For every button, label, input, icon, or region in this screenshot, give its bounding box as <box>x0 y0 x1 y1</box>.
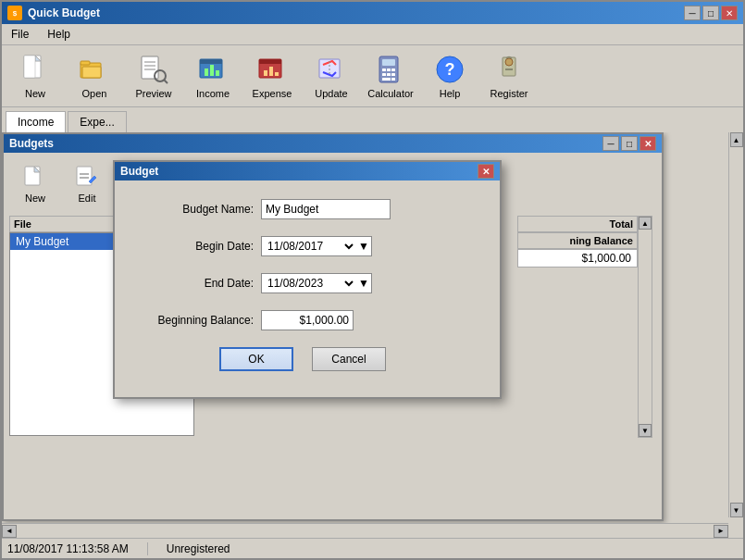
total-column-header: Total <box>517 216 638 232</box>
toolbar-calculator-label: Calculator <box>367 88 414 99</box>
open-icon <box>78 53 111 86</box>
svg-line-13 <box>164 80 168 83</box>
status-bar: 11/08/2017 11:13:58 AM Unregistered <box>2 538 743 558</box>
begin-date-select[interactable]: 11/08/2017 ▼ <box>261 236 372 256</box>
svg-rect-43 <box>77 167 92 185</box>
status-text: Unregistered <box>167 542 230 555</box>
svg-rect-18 <box>216 70 219 76</box>
main-scroll-right[interactable]: ► <box>714 525 728 538</box>
main-scroll-down[interactable]: ▼ <box>730 503 743 517</box>
svg-rect-29 <box>387 68 391 71</box>
svg-rect-33 <box>391 73 395 76</box>
beginning-balance-header: ning Balance <box>517 232 638 249</box>
new-icon <box>19 53 52 86</box>
budgets-close-btn[interactable]: ✕ <box>639 136 656 151</box>
ok-button[interactable]: OK <box>219 347 293 371</box>
svg-rect-31 <box>382 73 386 76</box>
cancel-button[interactable]: Cancel <box>312 347 386 371</box>
beginning-balance-input[interactable] <box>261 310 354 330</box>
scrollbar-down-btn[interactable]: ▼ <box>639 424 652 437</box>
toolbar: New Open <box>2 45 743 107</box>
menu-file[interactable]: File <box>6 26 34 43</box>
menu-help[interactable]: Help <box>42 26 76 43</box>
main-scroll-left[interactable]: ◄ <box>2 525 17 538</box>
end-date-select[interactable]: 11/08/2023 ▼ <box>261 273 372 293</box>
toolbar-expense-label: Expense <box>253 88 292 99</box>
toolbar-open-button[interactable]: Open <box>67 49 122 103</box>
begin-date-label: Begin Date: <box>133 240 254 253</box>
title-bar-left: $ Quick Budget <box>7 6 100 20</box>
budgets-maximize-btn[interactable]: □ <box>621 136 638 151</box>
expense-icon <box>255 53 289 86</box>
svg-rect-4 <box>24 56 35 78</box>
toolbar-register-button[interactable]: Register <box>481 49 537 103</box>
toolbar-help-button[interactable]: ? Help <box>422 49 478 103</box>
main-window: $ Quick Budget ─ □ ✕ File Help New <box>0 0 745 560</box>
tab-income[interactable]: Income <box>6 111 66 133</box>
budget-dialog-titlebar: Budget ✕ <box>115 162 500 180</box>
title-bar: $ Quick Budget ─ □ ✕ <box>2 2 743 24</box>
svg-rect-32 <box>387 73 391 76</box>
budgets-minimize-btn[interactable]: ─ <box>602 136 619 151</box>
app-icon: $ <box>7 6 22 20</box>
budget-dialog: Budget ✕ Budget Name: Begin Date: 11/08/… <box>113 160 502 399</box>
tab-expense[interactable]: Expe... <box>68 111 126 132</box>
toolbar-update-button[interactable]: Update <box>304 49 359 103</box>
status-separator <box>147 542 148 555</box>
svg-rect-21 <box>264 70 267 76</box>
toolbar-new-label: New <box>25 88 45 99</box>
minimize-button[interactable]: ─ <box>684 6 701 20</box>
begin-date-dropdown[interactable]: 11/08/2017 <box>264 239 356 254</box>
scrollbar-up-btn[interactable]: ▲ <box>639 217 652 230</box>
svg-point-39 <box>505 58 513 66</box>
tabs-bar: Income Expe... <box>2 107 743 132</box>
toolbar-expense-button[interactable]: Expense <box>244 49 300 103</box>
main-scrollbar-v[interactable]: ▲ ▼ <box>728 132 743 517</box>
main-scroll-up[interactable]: ▲ <box>730 132 743 147</box>
toolbar-income-button[interactable]: Income <box>185 49 241 103</box>
begin-date-dropdown-arrow: ▼ <box>358 240 369 253</box>
help-icon: ? <box>433 53 466 86</box>
update-icon <box>315 53 348 86</box>
calculator-icon <box>374 53 407 86</box>
title-controls: ─ □ ✕ <box>684 6 738 20</box>
svg-text:?: ? <box>445 60 455 79</box>
toolbar-preview-button[interactable]: Preview <box>126 49 181 103</box>
svg-rect-22 <box>269 67 273 76</box>
budget-dialog-close-btn[interactable]: ✕ <box>478 164 494 179</box>
svg-rect-16 <box>205 68 208 76</box>
budget-dialog-body: Budget Name: Begin Date: 11/08/2017 ▼ En… <box>115 180 500 397</box>
cancel-label: Cancel <box>331 353 366 366</box>
toolbar-calculator-button[interactable]: Calculator <box>363 49 418 103</box>
main-scrollbar-h[interactable]: ◄ ► <box>2 523 728 538</box>
svg-rect-7 <box>82 67 101 78</box>
ok-label: OK <box>248 353 264 366</box>
maximize-button[interactable]: □ <box>702 6 719 20</box>
budgets-edit-button[interactable]: Edit <box>63 160 111 208</box>
svg-rect-15 <box>200 59 222 64</box>
budget-name-label: Budget Name: <box>133 203 254 216</box>
budget-name-input[interactable] <box>261 199 391 219</box>
app-title: Quick Budget <box>28 6 100 19</box>
close-button[interactable]: ✕ <box>721 6 738 20</box>
toolbar-new-button[interactable]: New <box>7 49 63 103</box>
dialog-buttons: OK Cancel <box>133 347 472 379</box>
status-datetime: 11/08/2017 11:13:58 AM <box>7 542 129 555</box>
toolbar-help-label: Help <box>440 88 461 99</box>
svg-rect-35 <box>391 78 395 81</box>
svg-rect-8 <box>142 56 158 79</box>
end-date-dropdown[interactable]: 11/08/2023 <box>264 276 356 291</box>
budgets-edit-icon <box>74 165 100 191</box>
budget-name-row: Budget Name: <box>133 199 472 219</box>
svg-rect-40 <box>505 68 513 70</box>
budget-dialog-title: Budget <box>120 165 158 178</box>
budgets-new-button[interactable]: New <box>11 160 59 208</box>
toolbar-income-label: Income <box>196 88 230 99</box>
svg-rect-28 <box>382 68 386 71</box>
file-list-scrollbar[interactable]: ▲ ▼ <box>638 216 652 438</box>
end-date-label: End Date: <box>133 277 254 290</box>
budgets-panel-title: Budgets <box>9 137 54 150</box>
budgets-panel-titlebar: Budgets ─ □ ✕ <box>4 134 662 153</box>
svg-rect-30 <box>391 68 395 71</box>
toolbar-open-label: Open <box>82 88 107 99</box>
